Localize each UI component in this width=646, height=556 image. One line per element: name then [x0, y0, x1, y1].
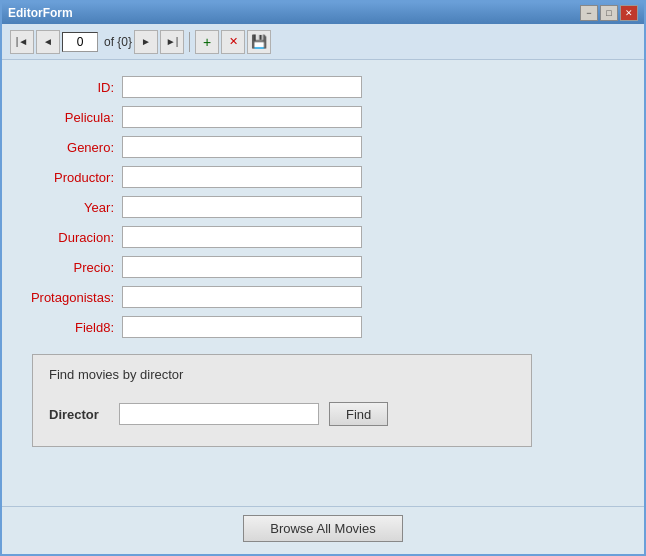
director-input[interactable]: [119, 403, 319, 425]
id-input[interactable]: [122, 76, 362, 98]
current-record-input[interactable]: [62, 32, 98, 52]
browse-all-movies-button[interactable]: Browse All Movies: [243, 515, 403, 542]
find-row: Director Find: [49, 402, 515, 426]
toolbar-separator: [189, 32, 190, 52]
find-group: Find movies by director Director Find: [32, 354, 532, 447]
year-input-label: Year:: [22, 200, 122, 215]
field8-input-label: Field8:: [22, 320, 122, 335]
delete-record-button[interactable]: ✕: [221, 30, 245, 54]
pelicula-input-label: Pelicula:: [22, 110, 122, 125]
record-position: of {0}: [62, 32, 132, 52]
next-icon: ►: [141, 36, 151, 47]
form-row: Precio:: [22, 256, 624, 278]
form-row: Genero:: [22, 136, 624, 158]
director-label: Director: [49, 407, 109, 422]
productor-input-label: Productor:: [22, 170, 122, 185]
protagonistas-input-label: Protagonistas:: [22, 290, 122, 305]
add-icon: +: [203, 34, 211, 50]
genero-input-label: Genero:: [22, 140, 122, 155]
delete-icon: ✕: [229, 35, 238, 48]
last-icon: ►|: [166, 36, 179, 47]
first-icon: |◄: [16, 36, 29, 47]
precio-input-label: Precio:: [22, 260, 122, 275]
bottom-bar: Browse All Movies: [2, 506, 644, 554]
title-bar: EditorForm − □ ✕: [2, 2, 644, 24]
duracion-input-label: Duracion:: [22, 230, 122, 245]
record-total-label: of {0}: [104, 35, 132, 49]
genero-input[interactable]: [122, 136, 362, 158]
duracion-input[interactable]: [122, 226, 362, 248]
pelicula-input[interactable]: [122, 106, 362, 128]
form-row: Protagonistas:: [22, 286, 624, 308]
prev-record-button[interactable]: ◄: [36, 30, 60, 54]
maximize-button[interactable]: □: [600, 5, 618, 21]
form-row: ID:: [22, 76, 624, 98]
find-button[interactable]: Find: [329, 402, 388, 426]
form-row: Field8:: [22, 316, 624, 338]
next-record-button[interactable]: ►: [134, 30, 158, 54]
year-input[interactable]: [122, 196, 362, 218]
prev-icon: ◄: [43, 36, 53, 47]
form-row: Duracion:: [22, 226, 624, 248]
field8-input[interactable]: [122, 316, 362, 338]
editor-window: EditorForm − □ ✕ |◄ ◄ of {0} ► ►| + ✕: [0, 0, 646, 556]
minimize-button[interactable]: −: [580, 5, 598, 21]
precio-input[interactable]: [122, 256, 362, 278]
add-record-button[interactable]: +: [195, 30, 219, 54]
toolbar: |◄ ◄ of {0} ► ►| + ✕ 💾: [2, 24, 644, 60]
form-content: ID:Pelicula:Genero:Productor:Year:Duraci…: [2, 60, 644, 506]
window-controls: − □ ✕: [580, 5, 638, 21]
form-fields: ID:Pelicula:Genero:Productor:Year:Duraci…: [22, 76, 624, 338]
find-group-title: Find movies by director: [49, 367, 515, 382]
id-input-label: ID:: [22, 80, 122, 95]
window-title: EditorForm: [8, 6, 73, 20]
save-record-button[interactable]: 💾: [247, 30, 271, 54]
form-row: Pelicula:: [22, 106, 624, 128]
form-row: Productor:: [22, 166, 624, 188]
save-icon: 💾: [251, 34, 267, 49]
first-record-button[interactable]: |◄: [10, 30, 34, 54]
form-row: Year:: [22, 196, 624, 218]
close-button[interactable]: ✕: [620, 5, 638, 21]
protagonistas-input[interactable]: [122, 286, 362, 308]
productor-input[interactable]: [122, 166, 362, 188]
last-record-button[interactable]: ►|: [160, 30, 184, 54]
